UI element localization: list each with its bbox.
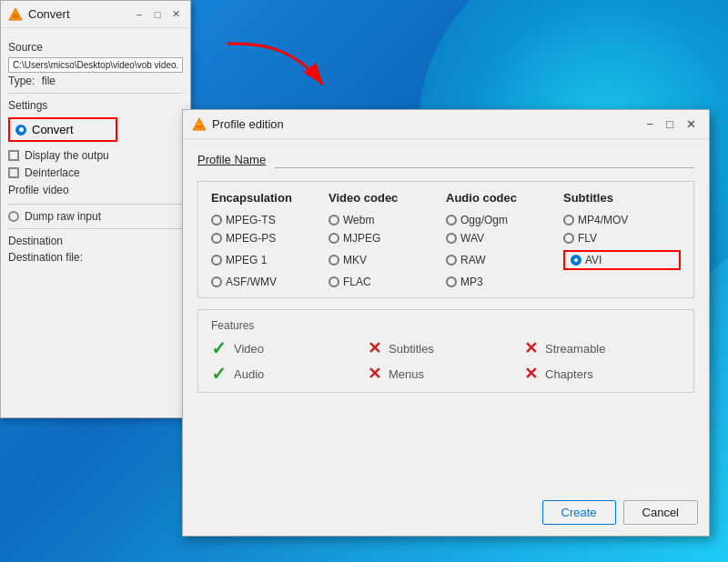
audio-raw[interactable]: RAW <box>446 250 563 270</box>
vlc-icon <box>8 7 23 22</box>
video-mjpeg[interactable]: MJPEG <box>329 232 446 245</box>
menus-cross-icon: ✕ <box>368 366 381 382</box>
dialog-vlc-icon <box>192 117 207 132</box>
encap-mpeg-ts[interactable]: MPEG-TS <box>211 214 329 226</box>
video-mkv[interactable]: MKV <box>329 250 446 270</box>
dialog-window-controls: − □ ✕ <box>643 117 700 131</box>
video-mjpeg-radio[interactable] <box>329 233 339 244</box>
codec-section: Encapsulation Video codec Audio codec Su… <box>197 181 694 298</box>
encap-mpeg-ts-radio[interactable] <box>211 215 222 226</box>
dump-raw-row: Dump raw input <box>8 210 183 223</box>
svg-rect-3 <box>14 14 17 15</box>
display-output-checkbox[interactable] <box>8 150 19 161</box>
destination-file-row: Destination file: <box>8 251 183 264</box>
feature-menus-label: Menus <box>389 367 424 381</box>
video-flac-radio[interactable] <box>329 276 339 287</box>
audio-ogg-radio[interactable] <box>446 215 457 226</box>
audio-wav-radio[interactable] <box>446 233 457 244</box>
codec-rows: MPEG-TS Webm Ogg/Ogm MP4/MOV MPEG-PS MJP… <box>211 214 681 288</box>
feature-streamable: ✕ Streamable <box>524 339 681 357</box>
dialog-minimize-button[interactable]: − <box>643 117 658 131</box>
deinterlace-checkbox[interactable] <box>8 167 19 178</box>
video-webm[interactable]: Webm <box>329 214 446 226</box>
encap-asf-wmv-radio[interactable] <box>211 276 222 287</box>
sub-mp4-mov-radio[interactable] <box>563 215 574 226</box>
audio-codec-header: Audio codec <box>446 191 563 205</box>
destination-label: Destination <box>8 235 183 247</box>
video-webm-radio[interactable] <box>329 215 339 226</box>
type-value: file <box>42 75 56 87</box>
profile-label: Profile <box>8 184 39 196</box>
streamable-cross-icon: ✕ <box>524 340 538 356</box>
sub-flv-radio[interactable] <box>563 233 574 244</box>
convert-label: Convert <box>32 123 74 136</box>
main-titlebar: Convert − □ ✕ <box>1 1 190 28</box>
sub-avi-radio[interactable] <box>571 255 581 266</box>
video-mkv-radio[interactable] <box>329 255 339 266</box>
svg-rect-5 <box>197 125 202 128</box>
audio-mp3-radio[interactable] <box>446 276 457 287</box>
dialog-close-button[interactable]: ✕ <box>682 117 700 131</box>
convert-radio[interactable] <box>15 125 26 135</box>
dialog-title: Profile edition <box>212 117 643 131</box>
annotation-arrow <box>218 35 346 110</box>
features-label: Features <box>211 319 681 332</box>
profile-value: video <box>43 184 69 196</box>
profile-name-label: Profile Name <box>197 153 266 166</box>
audio-raw-radio[interactable] <box>446 255 457 266</box>
type-row: Type: file <box>8 75 183 87</box>
source-section-label: Source <box>8 41 183 54</box>
maximize-button[interactable]: □ <box>150 7 165 22</box>
feature-audio-label: Audio <box>234 367 264 381</box>
profile-name-input[interactable] <box>275 150 694 168</box>
convert-option-box[interactable]: Convert <box>8 117 117 142</box>
audio-ogg[interactable]: Ogg/Ogm <box>446 214 563 226</box>
encap-mpeg1[interactable]: MPEG 1 <box>211 250 329 270</box>
close-button[interactable]: ✕ <box>168 7 183 22</box>
dialog-titlebar: Profile edition − □ ✕ <box>183 110 709 139</box>
profile-row: Profile video <box>8 184 183 196</box>
video-codec-header: Video codec <box>329 191 446 205</box>
settings-label: Settings <box>8 99 183 112</box>
type-label: Type: <box>8 75 35 87</box>
encapsulation-header: Encapsulation <box>211 191 329 205</box>
audio-wav[interactable]: WAV <box>446 232 563 245</box>
display-output-label: Display the outpu <box>25 149 109 162</box>
audio-mp3[interactable]: MP3 <box>446 276 563 288</box>
sub-avi[interactable]: AVI <box>563 250 681 270</box>
feature-menus: ✕ Menus <box>368 365 524 383</box>
feature-chapters-label: Chapters <box>545 367 593 381</box>
video-flac[interactable]: FLAC <box>329 276 446 288</box>
main-convert-window: Convert − □ ✕ Source Type: file Settings… <box>0 0 191 418</box>
sub-flv[interactable]: FLV <box>563 232 681 245</box>
encap-mpeg-ps-radio[interactable] <box>211 233 222 244</box>
destination-section: Destination Destination file: <box>8 235 183 264</box>
encap-mpeg1-radio[interactable] <box>211 255 222 266</box>
encap-mpeg-ps[interactable]: MPEG-PS <box>211 232 329 245</box>
profile-dialog: Profile edition − □ ✕ Profile Name Encap… <box>182 109 710 537</box>
main-window-title: Convert <box>28 7 132 21</box>
profile-name-row: Profile Name <box>197 150 694 168</box>
create-button[interactable]: Create <box>542 500 616 525</box>
dialog-footer: Create Cancel <box>542 500 699 525</box>
minimize-button[interactable]: − <box>132 7 147 22</box>
feature-subtitles: ✕ Subtitles <box>368 339 524 357</box>
sub-mp4-mov[interactable]: MP4/MOV <box>563 214 681 226</box>
dump-raw-label: Dump raw input <box>25 210 101 223</box>
dialog-body: Profile Name Encapsulation Video codec A… <box>183 139 709 416</box>
dump-raw-radio[interactable] <box>8 211 19 222</box>
feature-video: ✓ Video <box>211 339 368 357</box>
video-check-icon: ✓ <box>211 339 227 357</box>
audio-check-icon: ✓ <box>211 365 227 383</box>
deinterlace-label: Deinterlace <box>25 166 80 179</box>
features-grid: ✓ Video ✕ Subtitles ✕ Streamable ✓ Audio <box>211 339 681 383</box>
svg-rect-2 <box>13 15 18 18</box>
subtitles-cross-icon: ✕ <box>368 340 381 356</box>
source-path-input[interactable] <box>8 57 183 73</box>
svg-marker-4 <box>193 118 206 130</box>
codec-headers: Encapsulation Video codec Audio codec Su… <box>211 191 681 205</box>
feature-chapters: ✕ Chapters <box>524 365 681 383</box>
encap-asf-wmv[interactable]: ASF/WMV <box>211 276 329 288</box>
dialog-maximize-button[interactable]: □ <box>662 117 677 131</box>
cancel-button[interactable]: Cancel <box>623 500 698 525</box>
